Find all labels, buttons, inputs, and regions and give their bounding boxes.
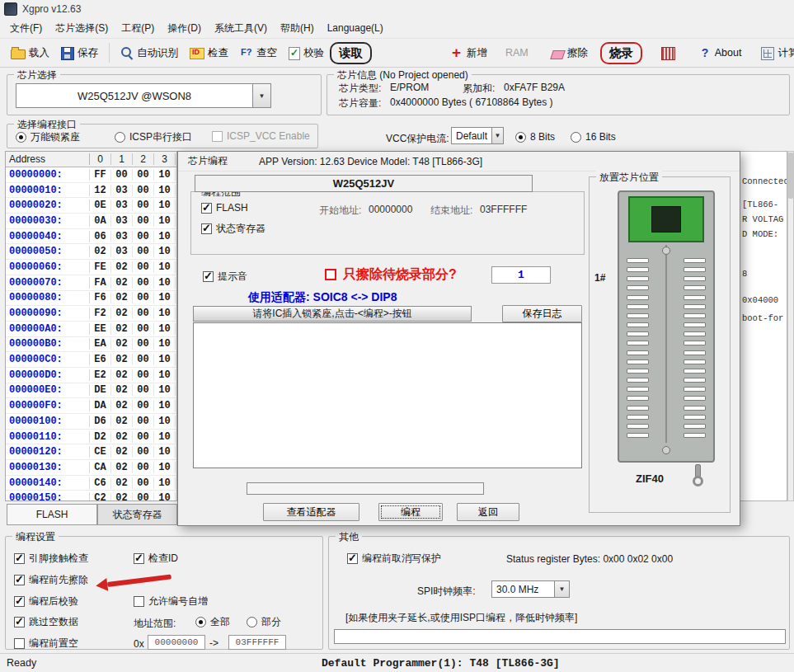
byte-cell[interactable]: 00	[133, 446, 154, 458]
byte-cell[interactable]: 00	[111, 169, 133, 181]
byte-cell[interactable]: 02	[111, 446, 133, 458]
table-row[interactable]: 000000C0:E6020010	[6, 352, 176, 368]
byte-cell[interactable]: CE	[90, 446, 111, 458]
byte-cell[interactable]: F2	[90, 308, 111, 319]
byte-cell[interactable]: 00	[133, 416, 154, 427]
table-row[interactable]: 00000100:D6020010	[6, 414, 176, 430]
byte-cell[interactable]: 10	[154, 246, 176, 257]
byte-cell[interactable]: 00	[133, 354, 154, 365]
menu-item-language[interactable]: Language(L)	[321, 20, 390, 36]
addr-to-input[interactable]: 03FFFFFF	[228, 635, 286, 650]
calc-button[interactable]: 计算	[755, 42, 794, 64]
table-row[interactable]: 000000D0:E2020010	[6, 368, 176, 383]
blank-check-button[interactable]: 查空	[234, 42, 283, 64]
erase-before-checkbox[interactable]: 编程前先擦除	[14, 573, 88, 587]
chevron-down-icon[interactable]	[555, 580, 570, 598]
table-row[interactable]: 00000110:D2020010	[6, 430, 176, 445]
byte-cell[interactable]: 00	[133, 200, 154, 211]
table-row[interactable]: 000000A0:EE020010	[6, 322, 176, 337]
ic-test-button[interactable]	[655, 42, 681, 64]
byte-cell[interactable]: 10	[154, 400, 176, 411]
byte-cell[interactable]: 0A	[90, 215, 111, 227]
byte-cell[interactable]: 02	[111, 416, 133, 427]
table-row[interactable]: 00000000:FF000010	[6, 167, 176, 183]
byte-cell[interactable]: 10	[154, 477, 176, 489]
byte-cell[interactable]: C6	[90, 477, 111, 489]
addr-from-input[interactable]: 00000000	[148, 635, 205, 650]
byte-cell[interactable]: 02	[111, 354, 133, 365]
table-row[interactable]: 00000030:0A030010	[6, 214, 176, 229]
byte-cell[interactable]: 10	[154, 416, 176, 427]
zif-socket-radio[interactable]: 万能锁紧座	[16, 130, 80, 144]
menu-item-file[interactable]: 文件(F)	[3, 19, 49, 38]
byte-cell[interactable]: 10	[154, 185, 176, 196]
byte-cell[interactable]: 00	[133, 400, 154, 411]
read-button[interactable]: 读取	[330, 42, 372, 64]
chip-select-combo[interactable]: W25Q512JV @WSON8	[16, 83, 271, 108]
dialog-log-area[interactable]	[193, 322, 582, 468]
byte-cell[interactable]: 00	[133, 323, 154, 335]
save-log-button[interactable]: 保存日志	[502, 305, 582, 322]
titlebar[interactable]: Xgpro v12.63	[0, 0, 794, 18]
byte-cell[interactable]: 06	[90, 231, 111, 242]
byte-cell[interactable]: 03	[111, 215, 133, 227]
byte-cell[interactable]: 00	[133, 384, 154, 396]
view-adapter-button[interactable]: 查看适配器	[263, 503, 359, 521]
table-row[interactable]: 00000010:12030010	[6, 183, 176, 199]
byte-cell[interactable]: 02	[111, 477, 133, 489]
byte-cell[interactable]: 10	[154, 215, 176, 227]
byte-cell[interactable]: FF	[90, 169, 111, 181]
byte-cell[interactable]: 02	[90, 246, 111, 257]
count-input[interactable]: 1	[491, 266, 551, 284]
byte-cell[interactable]: 00	[133, 169, 154, 181]
byte-cell[interactable]: 00	[133, 277, 154, 289]
byte-cell[interactable]: FA	[90, 277, 111, 289]
pin-check-checkbox[interactable]: 引脚接触检查	[14, 552, 88, 566]
table-row[interactable]: 00000070:FA020010	[6, 275, 176, 291]
chevron-down-icon[interactable]	[253, 83, 271, 108]
chevron-down-icon[interactable]	[492, 127, 504, 144]
verify-after-checkbox[interactable]: 编程后校验	[14, 594, 78, 609]
byte-cell[interactable]: 10	[154, 169, 176, 181]
table-row[interactable]: 00000090:F2020010	[6, 306, 176, 322]
byte-cell[interactable]: 02	[111, 261, 133, 273]
table-row[interactable]: 00000120:CE020010	[6, 444, 176, 460]
byte-cell[interactable]: 10	[154, 462, 176, 473]
byte-cell[interactable]: 10	[154, 354, 176, 365]
byte-cell[interactable]: 02	[111, 308, 133, 319]
byte-cell[interactable]: 10	[154, 231, 176, 242]
byte-cell[interactable]: 00	[133, 261, 154, 273]
byte-cell[interactable]: 00	[133, 185, 154, 196]
icsp-vcc-checkbox[interactable]: ICSP_VCC Enable	[212, 130, 310, 142]
byte-cell[interactable]: DE	[90, 384, 111, 396]
add-new-button[interactable]: 新增	[444, 42, 493, 64]
ram-button[interactable]: RAM	[500, 42, 534, 64]
unprotect-checkbox[interactable]: 编程前取消写保护	[347, 552, 441, 566]
byte-cell[interactable]: EE	[90, 323, 111, 335]
byte-cell[interactable]: D6	[90, 416, 111, 427]
program-button[interactable]: 烧录	[600, 42, 642, 64]
byte-cell[interactable]: 00	[133, 462, 154, 473]
blank-before-checkbox[interactable]: 编程前置空	[14, 637, 78, 651]
byte-cell[interactable]: 03	[111, 200, 133, 211]
byte-cell[interactable]: 02	[111, 431, 133, 443]
save-button[interactable]: 保存	[55, 42, 104, 64]
dialog-titlebar[interactable]: 芯片编程 APP Version: 12.63 Device Model: T4…	[178, 152, 740, 172]
byte-cell[interactable]: 02	[111, 400, 133, 411]
byte-cell[interactable]: 00	[133, 231, 154, 242]
check-id-button[interactable]: 检查	[184, 42, 234, 64]
byte-cell[interactable]: FE	[90, 261, 111, 273]
byte-cell[interactable]: 10	[154, 323, 176, 335]
auto-detect-button[interactable]: 自动识别	[115, 42, 184, 64]
byte-cell[interactable]: 03	[111, 185, 133, 196]
byte-cell[interactable]: 00	[133, 338, 154, 350]
table-row[interactable]: 00000080:F6020010	[6, 291, 176, 307]
byte-cell[interactable]: 10	[154, 384, 176, 396]
spi-clock-select[interactable]: 30.0 MHz	[491, 580, 570, 598]
byte-cell[interactable]: 03	[111, 231, 133, 242]
byte-cell[interactable]: 10	[154, 200, 176, 211]
byte-cell[interactable]: 02	[111, 384, 133, 396]
table-row[interactable]: 00000140:C6020010	[6, 476, 176, 491]
byte-cell[interactable]: 00	[133, 431, 154, 443]
icsp-radio[interactable]: ICSP串行接口	[115, 130, 192, 144]
